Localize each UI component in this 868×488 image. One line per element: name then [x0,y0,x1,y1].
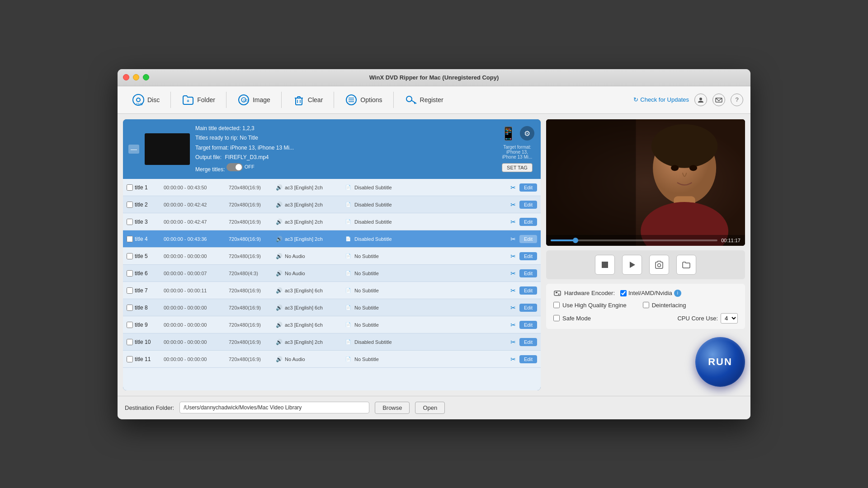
edit-button[interactable]: Edit [519,218,537,226]
scissors-button[interactable]: ✂ [509,320,518,329]
safe-mode-checkbox[interactable] [553,315,560,321]
help-icon-button[interactable]: ? [731,94,743,106]
safe-mode-label[interactable]: Safe Mode [553,315,591,322]
email-icon-button[interactable] [712,94,725,106]
scissors-button[interactable]: ✂ [509,235,518,244]
edit-button[interactable]: Edit [519,355,537,363]
progress-time: 00:11:17 [721,238,741,243]
scissors-button[interactable]: ✂ [509,200,518,209]
image-button[interactable]: ISO Image [230,90,278,110]
titles-ready-text: Titles ready to rip: No Title [195,133,494,143]
scissors-button[interactable]: ✂ [509,217,518,226]
title-row[interactable]: title 11 00:00:00 - 00:00:00 720x480(16:… [123,351,541,368]
row-checkbox-11[interactable] [127,356,133,362]
maximize-button[interactable] [143,74,149,80]
disc-button[interactable]: DVD Disc [125,90,167,110]
title-row[interactable]: title 9 00:00:00 - 00:00:00 720x480(16:9… [123,316,541,333]
row-actions: ✂ Edit [509,338,537,347]
edit-button[interactable]: Edit [519,286,537,295]
minimize-button[interactable] [133,74,139,80]
options-button[interactable]: Options [338,90,389,110]
open-button[interactable]: Open [415,402,445,414]
row-checkbox-3[interactable] [127,219,133,225]
row-checkbox-2[interactable] [127,202,133,208]
encoder-info-icon[interactable]: i [674,290,681,297]
row-resolution: 720x480(16:9) [229,236,274,242]
edit-button[interactable]: Edit [519,304,537,312]
deinterlacing-label[interactable]: Deinterlacing [643,302,686,309]
run-button[interactable]: RUN [695,337,745,387]
row-checkbox-1[interactable] [127,184,133,191]
image-label: Image [253,96,270,103]
row-actions: ✂ Edit [509,355,537,364]
row-checkbox-10[interactable] [127,339,133,345]
title-row[interactable]: title 5 00:00:00 - 00:00:00 720x480(16:9… [123,248,541,265]
edit-button[interactable]: Edit [519,201,537,209]
row-subtitle: No Subtitle [354,357,507,362]
play-button[interactable] [622,255,642,275]
format-settings-button[interactable]: ⚙ [520,126,534,141]
edit-button[interactable]: Edit [519,269,537,277]
subtitle-icon: 📄 [345,322,353,327]
row-checkbox-4[interactable] [127,236,133,242]
row-checkbox-7[interactable] [127,287,133,294]
disc-info-text: Main title detected: 1,2,3 Titles ready … [195,124,494,175]
close-button[interactable] [123,74,129,80]
check-updates-button[interactable]: ↻ Check for Updates [633,96,689,103]
folder-button[interactable]: + Folder [175,90,222,110]
merge-titles-row: Merge titles: OFF [195,163,494,174]
row-title-name: title 2 [135,202,162,208]
title-row[interactable]: title 7 00:00:00 - 00:00:11 720x480(16:9… [123,282,541,299]
edit-button[interactable]: Edit [519,235,537,243]
scissors-button[interactable]: ✂ [509,269,518,278]
set-tag-button[interactable]: SET TAG [502,163,533,172]
info-header: — Main title detected: 1,2,3 Titles read… [123,119,541,179]
subtitle-icon: 📄 [345,357,353,361]
scissors-button[interactable]: ✂ [509,286,518,295]
row-title-name: title 7 [135,287,162,294]
options-icon [345,94,358,106]
title-row[interactable]: title 2 00:00:00 - 00:42:42 720x480(16:9… [123,196,541,213]
browse-button[interactable]: Browse [375,402,410,414]
screenshot-button[interactable] [649,255,669,275]
title-row[interactable]: title 1 00:00:00 - 00:43:50 720x480(16:9… [123,179,541,196]
title-row[interactable]: title 8 00:00:00 - 00:00:00 720x480(16:9… [123,299,541,316]
title-row[interactable]: title 4 00:00:00 - 00:43:36 720x480(16:9… [123,230,541,248]
row-checkbox-9[interactable] [127,322,133,328]
traffic-lights [123,74,149,80]
row-checkbox-6[interactable] [127,270,133,277]
edit-button[interactable]: Edit [519,252,537,260]
scissors-button[interactable]: ✂ [509,183,518,192]
clear-button[interactable]: Clear [285,90,330,110]
svg-rect-36 [556,292,557,293]
edit-button[interactable]: Edit [519,183,537,192]
edit-button[interactable]: Edit [519,338,537,346]
left-panel: — Main title detected: 1,2,3 Titles read… [123,119,541,390]
title-row[interactable]: title 3 00:00:00 - 00:42:47 720x480(16:9… [123,213,541,230]
merge-toggle[interactable]: OFF [226,163,255,172]
high-quality-checkbox[interactable] [553,302,560,308]
title-row[interactable]: title 10 00:00:00 - 00:00:00 720x480(16:… [123,333,541,351]
row-checkbox-8[interactable] [127,305,133,311]
stop-button[interactable] [595,255,615,275]
folder-open-button[interactable] [676,255,696,275]
subtitle-icon: 📄 [345,288,353,293]
row-checkbox-5[interactable] [127,253,133,259]
subtitle-icon: 📄 [345,202,353,207]
cpu-core-select[interactable]: 4 1 2 3 6 8 [721,313,738,324]
row-resolution: 720x480(16:9) [229,185,274,190]
scissors-button[interactable]: ✂ [509,338,518,347]
edit-button[interactable]: Edit [519,321,537,329]
collapse-button[interactable]: — [128,145,139,154]
destination-input[interactable] [179,402,369,413]
high-quality-label[interactable]: Use High Quality Engine [553,302,627,309]
user-icon-button[interactable] [694,94,707,106]
register-button[interactable]: Register [397,90,451,110]
progress-track[interactable] [551,239,717,241]
scissors-button[interactable]: ✂ [509,252,518,261]
scissors-button[interactable]: ✂ [509,355,518,364]
title-row[interactable]: title 6 00:00:00 - 00:00:07 720x480(4:3)… [123,265,541,282]
scissors-button[interactable]: ✂ [509,303,518,312]
hardware-encoder-checkbox[interactable] [620,290,627,296]
deinterlacing-checkbox[interactable] [643,302,649,308]
